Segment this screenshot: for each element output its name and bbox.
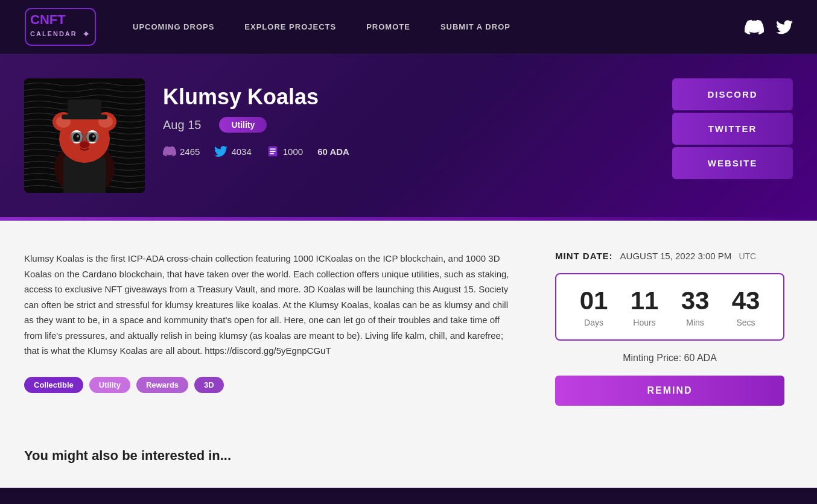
countdown-box: 01 Days 11 Hours 33 Mins 43 Secs <box>555 273 784 341</box>
mint-icon <box>266 145 279 158</box>
svg-point-20 <box>80 141 89 148</box>
discord-count: 2465 <box>180 146 200 157</box>
project-title: Klumsy Koalas <box>163 84 349 110</box>
twitter-count: 4034 <box>231 146 251 157</box>
tag-3d: 3D <box>194 377 224 393</box>
mins-label: Mins <box>686 318 704 327</box>
logo[interactable]: CNFT CALENDAR ✦ <box>24 6 97 48</box>
countdown-mins: 33 Mins <box>681 286 710 327</box>
secs-label: Secs <box>736 318 755 327</box>
website-button[interactable]: WEBSITE <box>672 147 793 179</box>
hero-section: Klumsy Koalas Aug 15 Utility 2465 <box>0 54 817 217</box>
nft-image <box>24 78 145 193</box>
tags-row: Collectible Utility Rewards 3D <box>24 377 519 393</box>
more-section: You might also be interested in... <box>0 436 817 488</box>
mins-value: 33 <box>681 286 710 315</box>
header-social <box>745 17 793 37</box>
svg-text:CNFT: CNFT <box>30 12 66 27</box>
project-description: Klumsy Koalas is the first ICP-ADA cross… <box>24 251 519 359</box>
hero-buttons: DISCORD TWITTER WEBSITE <box>672 78 793 179</box>
discord-stat-icon <box>163 145 176 158</box>
hours-label: Hours <box>633 318 655 327</box>
mint-date-row: MINT DATE: AUGUST 15, 2022 3:00 PM UTC <box>555 251 784 261</box>
twitter-stat-icon <box>214 145 227 158</box>
countdown-hours: 11 Hours <box>631 286 659 327</box>
main-right: MINT DATE: AUGUST 15, 2022 3:00 PM UTC 0… <box>555 251 784 406</box>
svg-text:✦: ✦ <box>82 29 90 39</box>
twitter-icon[interactable] <box>776 19 793 36</box>
remind-button[interactable]: REMIND <box>555 376 784 406</box>
hero-info: Klumsy Koalas Aug 15 Utility 2465 <box>163 78 349 158</box>
svg-rect-13 <box>68 99 101 118</box>
svg-rect-26 <box>270 151 275 152</box>
svg-rect-25 <box>270 148 275 150</box>
hours-value: 11 <box>631 286 659 315</box>
countdown-days: 01 Days <box>580 286 608 327</box>
svg-text:CALENDAR: CALENDAR <box>30 30 77 37</box>
mint-count: 1000 <box>283 146 303 157</box>
hero-date-row: Aug 15 Utility <box>163 117 349 133</box>
mint-stat: 1000 <box>266 145 303 158</box>
countdown-secs: 43 Secs <box>732 286 760 327</box>
main-nav: UPCOMING DROPS EXPLORE PROJECTS PROMOTE … <box>133 22 510 31</box>
svg-rect-22 <box>86 133 98 142</box>
more-title: You might also be interested in... <box>24 448 793 464</box>
secs-value: 43 <box>732 286 760 315</box>
tag-rewards: Rewards <box>136 377 188 393</box>
mint-date-utc: UTC <box>739 251 756 261</box>
mint-date-value: AUGUST 15, 2022 3:00 PM <box>620 251 732 261</box>
days-label: Days <box>584 318 603 327</box>
price-stat: 60 ADA <box>317 146 349 157</box>
hero-tag: Utility <box>219 117 267 133</box>
discord-button[interactable]: DISCORD <box>672 78 793 110</box>
twitter-stat: 4034 <box>214 145 251 158</box>
nav-promote[interactable]: PROMOTE <box>366 22 410 31</box>
hero-left: Klumsy Koalas Aug 15 Utility 2465 <box>24 78 349 193</box>
main-content: Klumsy Koalas is the first ICP-ADA cross… <box>0 221 817 436</box>
svg-rect-21 <box>71 133 83 142</box>
hero-stats: 2465 4034 1000 <box>163 145 349 158</box>
nav-upcoming-drops[interactable]: UPCOMING DROPS <box>133 22 214 31</box>
minting-price: Minting Price: 60 ADA <box>555 353 784 364</box>
hero-date: Aug 15 <box>163 118 201 132</box>
tag-utility: Utility <box>89 377 130 393</box>
discord-icon[interactable] <box>745 17 764 37</box>
twitter-button[interactable]: TWITTER <box>672 113 793 145</box>
tag-collectible: Collectible <box>24 377 83 393</box>
nav-submit-drop[interactable]: SUBMIT A DROP <box>440 22 510 31</box>
main-left: Klumsy Koalas is the first ICP-ADA cross… <box>24 251 519 393</box>
discord-stat: 2465 <box>163 145 200 158</box>
days-value: 01 <box>580 286 608 315</box>
header-left: CNFT CALENDAR ✦ UPCOMING DROPS EXPLORE P… <box>24 6 510 48</box>
header: CNFT CALENDAR ✦ UPCOMING DROPS EXPLORE P… <box>0 0 817 54</box>
mint-date-label: MINT DATE: <box>555 251 613 261</box>
price-value: 60 ADA <box>317 146 349 157</box>
svg-rect-27 <box>270 153 273 154</box>
nav-explore-projects[interactable]: EXPLORE PROJECTS <box>244 22 336 31</box>
